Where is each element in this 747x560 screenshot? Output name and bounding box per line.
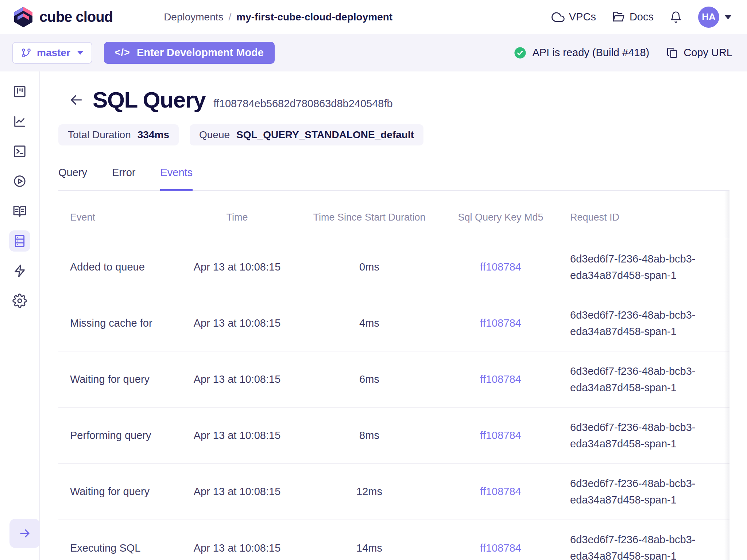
breadcrumb-deployment-name[interactable]: my-first-cube-cloud-deployment <box>236 11 392 23</box>
events-table: Event Time Time Since Start Duration Sql… <box>58 191 729 560</box>
cell-request-id: 6d3ed6f7-f236-48ab-bcb3- eda34a87d458-sp… <box>558 307 729 340</box>
table-row: Missing cache for Apr 13 at 10:08:15 4ms… <box>58 295 729 351</box>
api-status: API is ready (Build #418) <box>514 47 649 59</box>
md5-link[interactable]: ff108784 <box>480 317 521 329</box>
vpcs-link[interactable]: VPCs <box>551 11 596 24</box>
page-title: SQL Query <box>93 87 205 113</box>
play-circle-icon <box>12 174 27 188</box>
line-chart-icon <box>12 114 27 129</box>
toolbar-right: API is ready (Build #418) Copy URL <box>514 47 732 59</box>
sidebar-item-settings[interactable] <box>9 290 30 311</box>
col-header-time: Time <box>179 212 295 223</box>
table-row: Executing SQL Apr 13 at 10:08:15 14ms ff… <box>58 520 729 560</box>
cell-request-id: 6d3ed6f7-f236-48ab-bcb3- eda34a87d458-sp… <box>558 532 729 560</box>
kanban-board-icon <box>12 84 27 99</box>
top-header-actions: VPCs Docs HA <box>551 7 732 28</box>
account-menu[interactable]: HA <box>698 7 732 28</box>
avatar[interactable]: HA <box>698 7 719 28</box>
sidebar-item-data-model[interactable] <box>9 201 30 222</box>
cell-request-id: 6d3ed6f7-f236-48ab-bcb3- eda34a87d458-sp… <box>558 475 729 508</box>
md5-link[interactable]: ff108784 <box>480 261 521 273</box>
request-id-line1: 6d3ed6f7-f236-48ab-bcb3- <box>570 532 729 548</box>
breadcrumb-deployments[interactable]: Deployments <box>164 11 223 23</box>
arrow-right-icon <box>18 526 32 540</box>
request-id-line1: 6d3ed6f7-f236-48ab-bcb3- <box>570 363 729 380</box>
cell-duration: 8ms <box>295 429 443 442</box>
expand-sidebar-button[interactable] <box>9 519 40 548</box>
cell-time: Apr 13 at 10:08:15 <box>179 486 295 498</box>
breadcrumb-separator: / <box>229 11 232 23</box>
request-id-line2: eda34a87d458-span-1 <box>570 436 729 452</box>
notifications-bell-icon[interactable] <box>670 11 682 23</box>
md5-link[interactable]: ff108784 <box>480 486 521 497</box>
col-header-event: Event <box>58 212 179 223</box>
chevron-down-icon <box>724 15 732 19</box>
caret-down-icon <box>77 51 84 55</box>
tab-query[interactable]: Query <box>58 167 87 190</box>
cell-duration: 14ms <box>295 542 443 554</box>
cell-request-id: 6d3ed6f7-f236-48ab-bcb3- eda34a87d458-sp… <box>558 419 729 452</box>
branch-selector[interactable]: master <box>12 42 92 64</box>
queue-stack-icon <box>12 234 27 248</box>
copy-url-button[interactable]: Copy URL <box>666 47 732 59</box>
tab-error[interactable]: Error <box>112 167 135 190</box>
title-row: SQL Query ff108784eb5682d780863d8b240548… <box>58 87 747 113</box>
book-open-icon <box>12 204 27 218</box>
gear-icon <box>12 293 27 308</box>
cell-event: Executing SQL <box>58 542 179 554</box>
sidebar-item-query-history[interactable] <box>9 230 30 252</box>
queue-badge: Queue SQL_QUERY_STANDALONE_default <box>190 124 423 145</box>
sidebar-item-performance[interactable] <box>9 111 30 132</box>
request-id-line2: eda34a87d458-span-1 <box>570 323 729 340</box>
sidebar-item-jobs[interactable] <box>9 260 30 281</box>
deployment-toolbar: master </> Enter Development Mode API is… <box>0 34 747 71</box>
cell-request-id: 6d3ed6f7-f236-48ab-bcb3- eda34a87d458-sp… <box>558 363 729 396</box>
check-circle-icon <box>514 47 526 59</box>
request-id-line2: eda34a87d458-span-1 <box>570 380 729 396</box>
docs-label: Docs <box>630 11 654 23</box>
tab-events[interactable]: Events <box>160 167 193 190</box>
cell-time: Apr 13 at 10:08:15 <box>179 373 295 385</box>
sidebar-item-runs[interactable] <box>9 171 30 192</box>
request-id-line1: 6d3ed6f7-f236-48ab-bcb3- <box>570 475 729 492</box>
md5-link[interactable]: ff108784 <box>480 373 521 385</box>
col-header-request-id: Request ID <box>558 209 729 226</box>
table-row: Added to queue Apr 13 at 10:08:15 0ms ff… <box>58 239 729 295</box>
table-row: Waiting for query Apr 13 at 10:08:15 6ms… <box>58 351 729 408</box>
table-row: Waiting for query Apr 13 at 10:08:15 12m… <box>58 464 729 520</box>
lightning-bolt-icon <box>12 264 27 278</box>
total-duration-badge: Total Duration 334ms <box>58 124 179 145</box>
md5-link[interactable]: ff108784 <box>480 542 521 554</box>
queue-value: SQL_QUERY_STANDALONE_default <box>236 129 414 141</box>
cloud-icon <box>551 11 565 24</box>
logo-wordmark: cube cloud <box>39 9 113 25</box>
request-id-line2: eda34a87d458-span-1 <box>570 267 729 284</box>
cell-request-id: 6d3ed6f7-f236-48ab-bcb3- eda34a87d458-sp… <box>558 251 729 284</box>
md5-link[interactable]: ff108784 <box>480 429 521 441</box>
docs-link[interactable]: Docs <box>612 11 654 24</box>
cell-event: Performing query <box>58 429 179 442</box>
breadcrumb: Deployments / my-first-cube-cloud-deploy… <box>164 11 392 23</box>
code-icon: </> <box>115 47 130 58</box>
git-branch-icon <box>21 47 32 58</box>
cell-duration: 0ms <box>295 261 443 273</box>
cell-event: Waiting for query <box>58 373 179 385</box>
back-arrow-button[interactable] <box>69 92 84 108</box>
cell-event: Waiting for query <box>58 486 179 498</box>
request-id-line2: eda34a87d458-span-1 <box>570 548 729 560</box>
summary-badges: Total Duration 334ms Queue SQL_QUERY_STA… <box>58 124 747 145</box>
sidebar-item-playground[interactable] <box>9 141 30 162</box>
detail-tabs: Query Error Events <box>58 167 729 191</box>
enter-development-mode-button[interactable]: </> Enter Development Mode <box>104 42 275 64</box>
top-header: cube cloud Deployments / my-first-cube-c… <box>0 0 747 34</box>
cell-event: Missing cache for <box>58 317 179 329</box>
request-id-line1: 6d3ed6f7-f236-48ab-bcb3- <box>570 251 729 267</box>
col-header-duration: Time Since Start Duration <box>295 212 443 223</box>
sidebar-item-overview[interactable] <box>9 81 30 102</box>
copy-url-label: Copy URL <box>684 47 732 59</box>
cube-cloud-logo[interactable]: cube cloud <box>13 6 113 28</box>
api-status-text: API is ready (Build #418) <box>532 47 649 59</box>
events-table-header: Event Time Time Since Start Duration Sql… <box>58 191 729 239</box>
copy-icon <box>666 47 678 59</box>
folder-open-icon <box>612 11 625 24</box>
